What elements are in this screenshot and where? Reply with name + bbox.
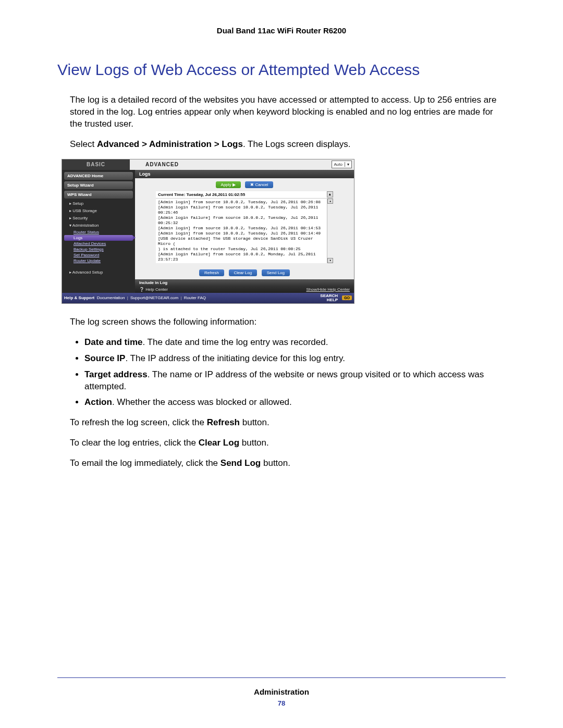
step-path: Advanced > Administration > Logs bbox=[97, 139, 243, 149]
list-item: Action. Whether the access was blocked o… bbox=[84, 397, 506, 409]
sidebar-advanced-setup[interactable]: Advanced Setup bbox=[64, 269, 133, 276]
logs-screenshot: BASIC ADVANCED Auto ▾ ADVANCED Home Setu… bbox=[62, 159, 354, 304]
panel-inner: Current Time: Tuesday, Jul 26,2011 01:02… bbox=[156, 191, 333, 263]
txt: To refresh the log screen, click the bbox=[70, 417, 207, 427]
bullet-text: . The IP address of the initiating devic… bbox=[125, 353, 345, 363]
help-center-label[interactable]: Help Center bbox=[139, 287, 168, 292]
tab-basic[interactable]: BASIC bbox=[62, 159, 130, 170]
sidebar: ADVANCED Home Setup Wizard WPS Wizard Se… bbox=[62, 170, 135, 293]
page-number: 78 bbox=[0, 699, 563, 707]
sidebar-logs-selected[interactable]: Logs bbox=[64, 235, 133, 241]
current-time-text: Current Time: Tuesday, Jul 26,2011 01:02… bbox=[158, 192, 245, 197]
scroll-up-icon[interactable]: ▴ bbox=[327, 191, 333, 198]
refresh-button[interactable]: Refresh bbox=[199, 269, 224, 276]
tab-advanced[interactable]: ADVANCED bbox=[130, 159, 354, 170]
bullet-term: Action bbox=[84, 397, 112, 407]
current-time-label: Current Time: Tuesday, Jul 26,2011 01:02… bbox=[156, 191, 333, 199]
top-button-row: Apply ▶ ✖ Cancel bbox=[135, 178, 354, 191]
scroll-up-arrow-icon[interactable]: ▴ bbox=[327, 199, 333, 204]
language-value: Auto bbox=[332, 162, 345, 167]
txt: To email the log immediately, click the bbox=[70, 458, 221, 468]
txt: button. bbox=[261, 458, 290, 468]
bullet-term: Target address bbox=[84, 369, 148, 379]
sidebar-security[interactable]: Security bbox=[64, 215, 133, 221]
help-support-bar: Help & Support Documentation | Support@N… bbox=[62, 293, 354, 303]
step-suffix: . The Logs screen displays. bbox=[243, 139, 351, 149]
log-text: [Admin login] from source 10.0.0.2, Tues… bbox=[158, 200, 326, 263]
router-faq-link[interactable]: Router FAQ bbox=[184, 295, 206, 300]
sidebar-advanced-home[interactable]: ADVANCED Home bbox=[64, 172, 133, 180]
scroll-down-arrow-icon[interactable]: ▾ bbox=[327, 258, 333, 263]
list-item: Date and time. The date and time the log… bbox=[84, 337, 506, 349]
sidebar-usb-storage[interactable]: USB Storage bbox=[64, 207, 133, 214]
language-select[interactable]: Auto ▾ bbox=[332, 161, 352, 168]
sidebar-setup[interactable]: Setup bbox=[64, 200, 133, 207]
sidebar-router-update[interactable]: Router Update bbox=[64, 258, 133, 264]
sidebar-router-status[interactable]: Router Status bbox=[64, 229, 133, 235]
help-support-label: Help & Support bbox=[64, 295, 94, 300]
log-textarea[interactable]: [Admin login] from source 10.0.0.2, Tues… bbox=[156, 199, 333, 263]
help-center-bar: Help Center Show/Hide Help Center bbox=[135, 286, 354, 293]
send-log-button[interactable]: Send Log bbox=[262, 269, 290, 276]
clear-log-button[interactable]: Clear Log bbox=[229, 269, 258, 276]
list-item: Target address. The name or IP address o… bbox=[84, 369, 506, 393]
refresh-instruction: To refresh the log screen, click the Ref… bbox=[70, 417, 506, 429]
bullet-term: Source IP bbox=[84, 353, 125, 363]
sidebar-set-password[interactable]: Set Password bbox=[64, 252, 133, 258]
footer-section-label: Administration bbox=[0, 687, 563, 696]
sidebar-wps-wizard[interactable]: WPS Wizard bbox=[64, 191, 133, 199]
sidebar-backup-settings[interactable]: Backup Settings bbox=[64, 246, 133, 252]
list-item: Source IP. The IP address of the initiat… bbox=[84, 353, 506, 365]
include-in-log-header: Include in Log bbox=[135, 279, 354, 286]
section-title: View Logs of Web Access or Attempted Web… bbox=[57, 61, 506, 79]
bullet-text: . The date and time the log entry was re… bbox=[142, 337, 328, 347]
doc-header: Dual Band 11ac WiFi Router R6200 bbox=[57, 26, 506, 35]
bottom-button-row: Refresh Clear Log Send Log bbox=[135, 266, 354, 279]
cancel-button[interactable]: ✖ Cancel bbox=[245, 181, 273, 188]
apply-button[interactable]: Apply ▶ bbox=[216, 181, 241, 188]
navigation-step: Select Advanced > Administration > Logs.… bbox=[70, 139, 506, 151]
after-figure-text: The log screen shows the following infor… bbox=[70, 316, 506, 328]
txt: To clear the log entries, click the bbox=[70, 438, 199, 448]
sidebar-administration[interactable]: Administration bbox=[64, 222, 133, 229]
go-button[interactable]: GO bbox=[342, 295, 352, 300]
step-prefix: Select bbox=[70, 139, 97, 149]
sidebar-setup-wizard[interactable]: Setup Wizard bbox=[64, 181, 133, 189]
search-help-label: SEARCHHELP bbox=[320, 294, 338, 302]
txt: button. bbox=[239, 438, 269, 448]
intro-paragraph: The log is a detailed record of the webs… bbox=[70, 94, 506, 130]
footer-rule bbox=[57, 677, 506, 678]
bold: Clear Log bbox=[199, 438, 239, 448]
chevron-down-icon: ▾ bbox=[345, 162, 351, 167]
txt: button. bbox=[240, 417, 270, 427]
clear-instruction: To clear the log entries, click the Clea… bbox=[70, 437, 506, 449]
send-instruction: To email the log immediately, click the … bbox=[70, 458, 506, 470]
support-email-link[interactable]: Support@NETGEAR.com bbox=[130, 295, 178, 300]
sidebar-attached-devices[interactable]: Attached Devices bbox=[64, 241, 133, 246]
bold: Refresh bbox=[207, 417, 240, 427]
bullet-term: Date and time bbox=[84, 337, 142, 347]
panel-main: Logs Apply ▶ ✖ Cancel Current Time: Tues… bbox=[135, 170, 354, 293]
show-hide-help-link[interactable]: Show/Hide Help Center bbox=[306, 287, 350, 292]
bold: Send Log bbox=[221, 458, 261, 468]
panel-title: Logs bbox=[135, 170, 354, 178]
documentation-link[interactable]: Documentation bbox=[97, 295, 125, 300]
bullet-text: . Whether the access was blocked or allo… bbox=[112, 397, 292, 407]
page-footer: Administration 78 bbox=[0, 677, 563, 707]
scrollbar[interactable]: ▴ ▾ bbox=[327, 199, 333, 263]
field-description-list: Date and time. The date and time the log… bbox=[70, 337, 506, 409]
